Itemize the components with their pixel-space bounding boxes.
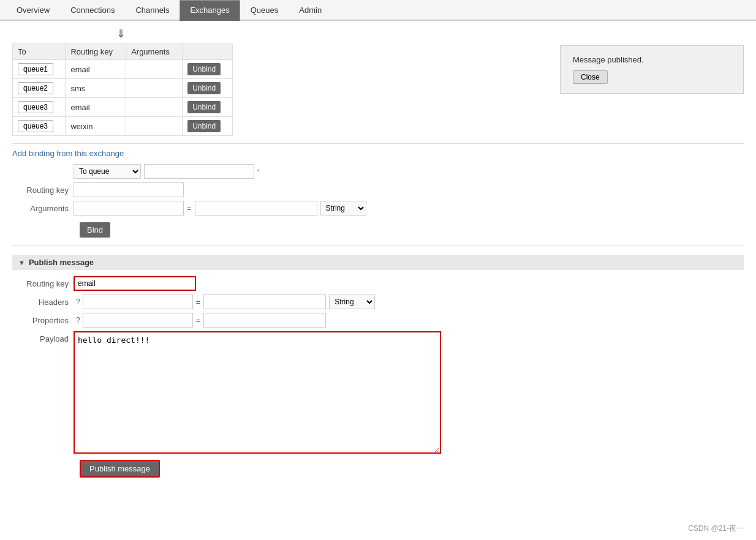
table-row: queue2 sms Unbind	[13, 79, 233, 98]
bind-button[interactable]: Bind	[80, 222, 110, 238]
required-star: *	[257, 167, 260, 176]
publish-headers-label: Headers	[12, 298, 74, 307]
notification-message: Message published.	[573, 55, 731, 64]
nav-item-overview[interactable]: Overview	[6, 0, 60, 21]
queue-cell: queue3	[13, 98, 66, 117]
arguments-cell	[126, 79, 183, 98]
close-notification-button[interactable]: Close	[573, 70, 608, 84]
headers-help-icon[interactable]: ?	[76, 298, 80, 306]
to-queue-input[interactable]	[144, 164, 254, 179]
notification-box: Message published. Close	[560, 45, 744, 94]
queue-cell: queue3	[13, 117, 66, 136]
queue-link-queue2[interactable]: queue2	[18, 82, 53, 94]
publish-message-header: ▼ Publish message	[12, 255, 744, 270]
nav-item-exchanges[interactable]: Exchanges	[180, 0, 240, 21]
publish-headers-type-select[interactable]: String Number Boolean	[329, 294, 375, 309]
add-binding-title[interactable]: Add binding from this exchange	[12, 149, 744, 158]
section-divider-1	[12, 143, 744, 144]
routing-key-row: Routing key	[12, 182, 744, 197]
equals-sign: =	[187, 204, 192, 213]
unbind-button-queue3b[interactable]: Unbind	[187, 120, 221, 132]
publish-routing-key-label: Routing key	[12, 279, 74, 288]
col-routing-key: Routing key	[66, 44, 126, 60]
arguments-cell	[126, 60, 183, 79]
col-to: To	[13, 44, 66, 60]
arguments-type-select[interactable]: String Number Boolean	[320, 201, 366, 216]
properties-help-icon[interactable]: ?	[76, 316, 80, 324]
section-divider-2	[12, 245, 744, 246]
publish-properties-label: Properties	[12, 316, 74, 325]
collapse-arrow-icon: ▼	[18, 259, 25, 266]
arguments-cell	[126, 98, 183, 117]
to-queue-select[interactable]: To queue To exchange	[74, 164, 141, 179]
routing-key-cell: sms	[66, 79, 126, 98]
queue-link-queue3a[interactable]: queue3	[18, 101, 53, 113]
publish-message-title: Publish message	[29, 258, 94, 267]
publish-payload-label: Payload	[12, 331, 74, 343]
unbind-cell: Unbind	[183, 98, 233, 117]
nav-item-admin[interactable]: Admin	[289, 0, 332, 21]
publish-headers-row: Headers ? = String Number Boolean	[12, 294, 744, 309]
properties-equals-sign: =	[196, 316, 201, 325]
publish-routing-key-row: Routing key	[12, 276, 744, 291]
nav-item-connections[interactable]: Connections	[60, 0, 125, 21]
unbind-cell: Unbind	[183, 79, 233, 98]
nav-item-queues[interactable]: Queues	[240, 0, 289, 21]
table-row: queue3 weixin Unbind	[13, 117, 233, 136]
col-action	[183, 44, 233, 60]
queue-cell: queue2	[13, 79, 66, 98]
main-content: ⇓ To Routing key Arguments queue1 email …	[0, 21, 756, 484]
unbind-cell: Unbind	[183, 60, 233, 79]
routing-key-cell: weixin	[66, 117, 126, 136]
navigation-bar: Overview Connections Channels Exchanges …	[0, 0, 756, 21]
table-row: queue3 email Unbind	[13, 98, 233, 117]
publish-properties-value-input[interactable]	[203, 313, 326, 328]
unbind-button-queue2[interactable]: Unbind	[187, 82, 221, 94]
publish-headers-value-input[interactable]	[203, 294, 326, 309]
routing-key-cell: email	[66, 60, 126, 79]
table-row: queue1 email Unbind	[13, 60, 233, 79]
col-arguments: Arguments	[126, 44, 183, 60]
publish-payload-textarea[interactable]: hello direct!!!	[74, 331, 441, 454]
publish-routing-key-input[interactable]	[74, 276, 196, 291]
nav-item-channels[interactable]: Channels	[125, 0, 180, 21]
publish-payload-row: Payload hello direct!!!	[12, 331, 744, 454]
unbind-button-queue3a[interactable]: Unbind	[187, 101, 221, 113]
arguments-value-input[interactable]	[195, 201, 317, 216]
headers-equals-sign: =	[196, 298, 201, 307]
routing-key-cell: email	[66, 98, 126, 117]
down-arrow-icon: ⇓	[116, 27, 744, 40]
arguments-row: Arguments = String Number Boolean	[12, 201, 744, 216]
arguments-key-input[interactable]	[74, 201, 184, 216]
unbind-button-queue1[interactable]: Unbind	[187, 63, 221, 75]
to-queue-row: To queue To exchange *	[12, 164, 744, 179]
queue-link-queue1[interactable]: queue1	[18, 63, 53, 75]
publish-properties-key-input[interactable]	[83, 313, 193, 328]
routing-key-label: Routing key	[12, 186, 74, 195]
publish-message-button[interactable]: Publish message	[80, 460, 160, 478]
publish-message-section: ▼ Publish message Routing key Headers ? …	[12, 255, 744, 478]
unbind-cell: Unbind	[183, 117, 233, 136]
routing-key-input-binding[interactable]	[74, 182, 184, 197]
publish-properties-row: Properties ? =	[12, 313, 744, 328]
queue-cell: queue1	[13, 60, 66, 79]
queue-link-queue3b[interactable]: queue3	[18, 120, 53, 132]
bindings-table: To Routing key Arguments queue1 email Un…	[12, 43, 233, 136]
publish-headers-key-input[interactable]	[83, 294, 193, 309]
arguments-label: Arguments	[12, 204, 74, 213]
arguments-cell	[126, 117, 183, 136]
